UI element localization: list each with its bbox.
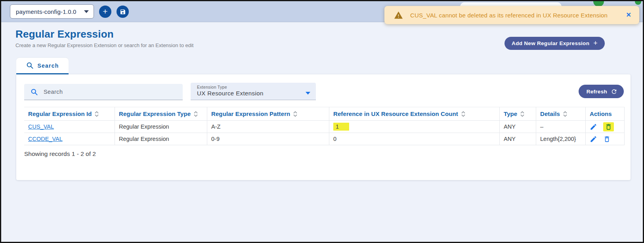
column-header-actions: Actions [586,107,625,120]
sort-icon[interactable] [563,111,567,117]
column-header-regular-expression-type[interactable]: Regular Expression Type [115,107,207,120]
toast-message: CUS_VAL cannot be deleted as its referen… [410,12,619,19]
regular-expression-table: Regular Expression Id Regular Expression… [24,107,625,145]
regex-pattern-cell: 0-9 [211,136,220,142]
delete-icon[interactable] [603,135,611,143]
search-input[interactable] [44,89,178,95]
search-field [24,84,183,100]
status-dot-icon [635,0,641,5]
warning-toast: CUS_VAL cannot be deleted as its referen… [384,6,639,24]
column-header-details[interactable]: Details [536,107,586,120]
add-config-button[interactable]: + [99,6,111,18]
edit-icon[interactable] [590,135,597,143]
config-version-selector[interactable]: payments-config-1.0.0 [10,4,94,19]
page-subtitle: Create a new Regular Expression Extensio… [15,42,193,48]
sort-icon[interactable] [194,111,198,117]
regex-id-link[interactable]: CCODE_VAL [28,136,63,142]
app-window: payments-config-1.0.0 + CUS_VAL cannot b… [0,0,644,243]
column-header-regular-expression-pattern[interactable]: Regular Expression Pattern [207,107,329,120]
details-cell: – [540,123,543,130]
regex-type-cell: Regular Expression [119,123,169,130]
reference-count-cell: 0 [333,136,336,142]
extension-type-label: Extension Type [197,85,310,89]
reference-count-cell-highlighted: 1 [333,123,349,131]
type-cell: ANY [504,123,516,130]
add-button-label: Add New Regular Expression [512,40,589,46]
tab-search[interactable]: Search [16,58,69,74]
column-header-reference-count[interactable]: Reference in UX Resource Extension Count [329,107,500,120]
sort-icon[interactable] [95,111,99,117]
regex-id-link[interactable]: CUS_VAL [28,123,54,130]
caret-down-icon [84,10,89,13]
refresh-icon [611,88,617,95]
delete-icon-highlighted[interactable] [603,122,614,131]
edit-icon[interactable] [590,123,597,131]
column-header-type[interactable]: Type [500,107,536,120]
sort-icon[interactable] [461,111,465,117]
sort-icon[interactable] [293,111,297,117]
regex-type-cell: Regular Expression [119,136,169,142]
regex-pattern-cell: A-Z [211,123,220,130]
sort-icon[interactable] [520,111,524,117]
search-panel-card: Extension Type UX Resource Extension Ref… [16,74,631,180]
save-icon [120,9,126,15]
page-title: Regular Expression [15,28,193,40]
table-header-row: Regular Expression Id Regular Expression… [24,107,625,121]
page-header: Regular Expression Create a new Regular … [15,28,193,48]
caret-down-icon [306,92,310,95]
type-cell: ANY [504,136,516,142]
refresh-button-label: Refresh [587,89,607,95]
search-icon [26,62,34,69]
extension-type-value: UX Resource Extension [197,90,264,97]
add-new-regular-expression-button[interactable]: Add New Regular Expression + [504,37,605,50]
save-config-button[interactable] [117,6,129,18]
plus-icon: + [593,39,598,47]
details-cell: Length{2,200} [540,136,576,142]
tab-search-label: Search [38,63,59,69]
toast-close-icon[interactable]: ✕ [626,12,631,18]
table-row: CCODE_VAL Regular Expression 0-9 0 ANY L… [24,133,625,145]
table-row: CUS_VAL Regular Expression A-Z 1 ANY – [24,121,625,133]
extension-type-dropdown[interactable]: Extension Type UX Resource Extension [191,83,316,100]
records-summary: Showing records 1 - 2 of 2 [24,150,96,158]
column-header-regular-expression-id[interactable]: Regular Expression Id [24,107,115,120]
search-icon [31,88,38,96]
warning-icon [394,11,403,20]
refresh-button[interactable]: Refresh [579,85,624,98]
config-version-value: payments-config-1.0.0 [16,8,76,15]
